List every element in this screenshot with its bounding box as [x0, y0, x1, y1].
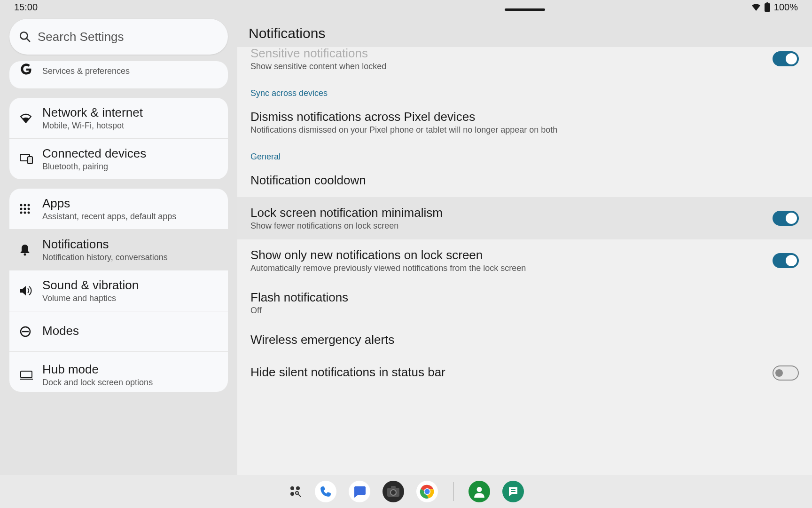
devices-icon [20, 154, 42, 164]
setting-only-new-on-lockscreen[interactable]: Show only new notifications on lock scre… [237, 239, 812, 282]
app-drawer-button[interactable] [289, 484, 303, 499]
setting-sensitive-notifications[interactable]: Sensitive notifications Show sensitive c… [237, 47, 812, 80]
taskbar [0, 475, 812, 508]
wifi-icon [20, 113, 42, 123]
section-sync-label: Sync across devices [237, 80, 812, 101]
toggle-hide-silent[interactable] [773, 365, 799, 381]
chat-app-icon[interactable] [502, 481, 524, 502]
setting-title: Dismiss notifications across Pixel devic… [250, 110, 789, 124]
nav-sub: Bluetooth, pairing [42, 162, 218, 172]
sound-icon [20, 286, 42, 296]
svg-point-6 [20, 204, 23, 206]
setting-notification-cooldown[interactable]: Notification cooldown [237, 165, 812, 197]
sidebar-item-notifications[interactable]: Notifications Notification history, conv… [9, 229, 228, 270]
statusbar: 15:00 100% [0, 0, 812, 14]
nav-title: Sound & vibration [42, 278, 218, 293]
setting-lockscreen-minimalism[interactable]: Lock screen notification minimalism Show… [237, 197, 812, 239]
nav-sub: Notification history, conversations [42, 253, 218, 262]
search-placeholder: Search Settings [38, 30, 124, 44]
svg-point-12 [20, 212, 23, 214]
setting-title: Show only new notifications on lock scre… [250, 248, 763, 262]
toggle-minimalism[interactable] [773, 211, 799, 226]
setting-sub: Show fewer notifications on lock screen [250, 221, 763, 231]
svg-rect-5 [28, 157, 32, 164]
camera-app-icon[interactable] [383, 481, 404, 502]
svg-point-9 [20, 208, 23, 210]
svg-line-3 [26, 38, 30, 42]
svg-point-20 [290, 486, 294, 490]
nav-sub: Dock and lock screen options [42, 378, 218, 388]
detail-pane: Notifications Sensitive notifications Sh… [237, 0, 812, 508]
nav-title: Notifications [42, 237, 218, 252]
nav-sub: Assistant, recent apps, default apps [42, 212, 218, 222]
apps-icon [20, 204, 42, 214]
setting-title: Lock screen notification minimalism [250, 206, 763, 220]
setting-sub: Automatically remove previously viewed n… [250, 263, 763, 273]
svg-rect-1 [766, 2, 768, 4]
svg-rect-0 [765, 3, 770, 12]
bell-icon [20, 244, 42, 256]
setting-flash-notifications[interactable]: Flash notifications Off [237, 282, 812, 324]
battery-icon [765, 2, 770, 12]
hub-icon [20, 370, 42, 380]
svg-point-21 [296, 486, 300, 490]
sidebar-item-network[interactable]: Network & internet Mobile, Wi-Fi, hotspo… [9, 98, 228, 138]
section-general-label: General [237, 143, 812, 165]
setting-title: Wireless emergency alerts [250, 333, 789, 347]
setting-title: Hide silent notifications in status bar [250, 365, 763, 380]
sidebar-item-google[interactable]: Google Services & preferences [9, 61, 228, 88]
svg-point-31 [476, 487, 482, 492]
setting-dismiss-across-devices[interactable]: Dismiss notifications across Pixel devic… [237, 101, 812, 143]
sidebar-item-hub-mode[interactable]: Hub mode Dock and lock screen options [9, 351, 228, 392]
nav-title: Apps [42, 196, 218, 211]
modes-icon [20, 326, 42, 337]
status-battery-pct: 100% [774, 2, 798, 13]
svg-point-27 [390, 490, 396, 495]
setting-sub: Notifications dismissed on your Pixel ph… [250, 125, 789, 135]
sidebar-item-modes[interactable]: Modes [9, 311, 228, 351]
svg-point-22 [290, 492, 294, 496]
contacts-app-icon[interactable] [468, 481, 490, 502]
sidebar-item-apps[interactable]: Apps Assistant, recent apps, default app… [9, 189, 228, 229]
svg-point-10 [24, 208, 26, 210]
search-icon [19, 31, 31, 43]
taskbar-divider [453, 482, 453, 501]
nav-title: Modes [42, 324, 218, 338]
sidebar-item-sound[interactable]: Sound & vibration Volume and haptics [9, 270, 228, 311]
toggle-only-new[interactable] [773, 253, 799, 268]
setting-wireless-emergency-alerts[interactable]: Wireless emergency alerts [237, 324, 812, 357]
svg-point-2 [20, 32, 27, 39]
svg-point-15 [24, 254, 26, 256]
sidebar-item-connected-devices[interactable]: Connected devices Bluetooth, pairing [9, 138, 228, 179]
nav-sub: Services & preferences [42, 66, 218, 76]
svg-point-8 [28, 204, 30, 206]
settings-sidebar: Search Settings Google Services & prefer… [0, 0, 237, 508]
phone-app-icon[interactable] [315, 481, 336, 502]
search-settings-bar[interactable]: Search Settings [9, 19, 228, 55]
settings-scroll-area[interactable]: Sensitive notifications Show sensitive c… [237, 47, 812, 508]
svg-point-7 [24, 204, 26, 206]
wifi-icon [751, 3, 761, 11]
chrome-app-icon[interactable] [416, 481, 438, 502]
toggle-sensitive[interactable] [773, 51, 799, 66]
nav-title: Hub mode [42, 362, 218, 377]
setting-title: Sensitive notifications [250, 47, 763, 61]
setting-title: Notification cooldown [250, 173, 789, 188]
messages-app-icon[interactable] [349, 481, 370, 502]
status-time: 15:00 [14, 2, 38, 13]
svg-rect-26 [391, 486, 396, 489]
nav-sub: Mobile, Wi-Fi, hotspot [42, 121, 218, 131]
svg-point-11 [28, 208, 30, 210]
setting-sub: Show sensitive content when locked [250, 62, 763, 71]
setting-title: Flash notifications [250, 290, 789, 305]
setting-sub: Off [250, 306, 789, 316]
setting-hide-silent-notifications[interactable]: Hide silent notifications in status bar [237, 357, 812, 389]
nav-title: Connected devices [42, 146, 218, 161]
google-icon [20, 61, 42, 76]
svg-point-13 [24, 212, 26, 214]
svg-point-14 [28, 212, 30, 214]
svg-point-23 [296, 492, 298, 494]
nav-title: Network & internet [42, 105, 218, 120]
svg-point-30 [424, 489, 429, 494]
page-title: Notifications [249, 25, 325, 41]
